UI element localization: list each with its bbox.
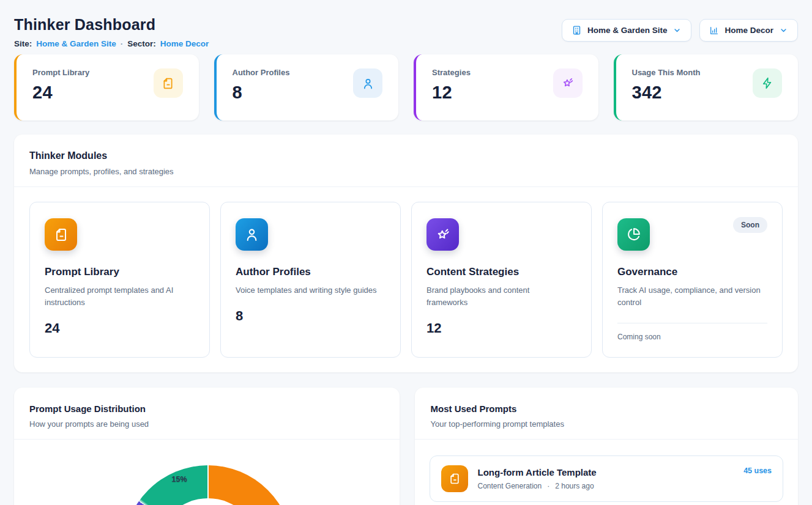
header-actions: Home & Garden Site Home Decor [562, 19, 798, 42]
module-description: Brand playbooks and content frameworks [426, 284, 571, 309]
header-titles: Thinker Dashboard Site: Home & Garden Si… [14, 15, 209, 48]
module-description: Centralized prompt templates and AI inst… [45, 284, 189, 309]
breadcrumb: Site: Home & Garden Site · Sector: Home … [14, 39, 209, 48]
module-title: Governance [617, 266, 767, 278]
most-used-prompts-panel: Most Used Prompts Your top-performing pr… [415, 388, 798, 505]
separator-dot: · [121, 39, 124, 48]
stat-value: 342 [632, 83, 701, 103]
user-icon [353, 68, 382, 98]
bar-chart-icon [709, 26, 719, 35]
prompt-item-time: 2 hours ago [555, 482, 594, 490]
soon-badge: Soon [733, 217, 767, 233]
donut-slice-label: 15% [165, 475, 193, 484]
dashboard-page: Thinker Dashboard Site: Home & Garden Si… [0, 0, 812, 505]
page-header: Thinker Dashboard Site: Home & Garden Si… [14, 15, 798, 48]
most-used-subtitle: Your top-performing prompt templates [430, 419, 783, 429]
separator-dot: · [547, 482, 549, 490]
chevron-down-icon [672, 26, 682, 35]
prompt-usage-panel: Prompt Usage Distribution How your promp… [14, 388, 400, 505]
donut-chart: 15% [14, 440, 400, 505]
prompt-item-meta: Content Generation · 2 hours ago [477, 482, 596, 490]
stat-label: Author Profiles [233, 68, 290, 77]
coming-soon-text: Coming soon [617, 333, 767, 341]
stat-cards-row: Prompt Library 24 Author Profiles 8 Stra… [14, 54, 798, 120]
prompt-item-title: Long-form Article Template [477, 467, 596, 477]
divider [617, 323, 767, 323]
stat-card-usage: Usage This Month 342 [614, 54, 799, 120]
module-card-governance[interactable]: Soon Governance Track AI usage, complian… [602, 202, 783, 358]
document-icon [154, 68, 183, 98]
site-link[interactable]: Home & Garden Site [36, 39, 116, 48]
sparkle-star-icon [553, 68, 583, 98]
modules-subtitle: Manage prompts, profiles, and strategies [29, 167, 783, 176]
prompt-list: Long-form Article Template Content Gener… [415, 440, 798, 505]
building-icon [572, 25, 582, 35]
stat-value: 8 [233, 83, 290, 103]
sector-label: Sector: [127, 39, 156, 48]
modules-title: Thinker Modules [29, 150, 783, 161]
pie-chart-icon [617, 218, 650, 251]
stat-value: 24 [32, 83, 89, 103]
document-icon [45, 218, 77, 251]
prompt-item-uses-badge: 45 uses [743, 466, 772, 475]
module-count: 24 [45, 320, 195, 336]
zap-icon [753, 68, 782, 98]
stat-label: Prompt Library [32, 68, 89, 77]
module-card-author-profiles[interactable]: Author Profiles Voice templates and writ… [220, 202, 401, 358]
chevron-down-icon [779, 26, 788, 35]
site-selector-dropdown[interactable]: Home & Garden Site [562, 19, 692, 42]
module-title: Content Strategies [426, 266, 576, 278]
stat-label: Usage This Month [632, 68, 701, 77]
stat-card-prompt-library: Prompt Library 24 [14, 54, 199, 120]
module-count: 8 [236, 308, 386, 324]
usage-subtitle: How your prompts are being used [29, 419, 384, 429]
document-icon [441, 465, 468, 492]
prompt-list-item[interactable]: Long-form Article Template Content Gener… [430, 455, 783, 502]
stat-card-strategies: Strategies 12 [414, 54, 598, 120]
donut-hole [157, 498, 259, 505]
stat-label: Strategies [432, 68, 471, 77]
prompt-item-category: Content Generation [477, 482, 542, 490]
module-card-content-strategies[interactable]: Content Strategies Brand playbooks and c… [411, 202, 592, 358]
site-selector-label: Home & Garden Site [587, 26, 668, 35]
sparkle-star-icon [426, 218, 459, 251]
stat-card-author-profiles: Author Profiles 8 [214, 54, 399, 120]
sector-selector-label: Home Decor [724, 26, 773, 35]
bottom-row: Prompt Usage Distribution How your promp… [14, 388, 798, 505]
module-description: Voice templates and writing style guides [236, 284, 380, 297]
module-count: 12 [426, 320, 576, 336]
usage-title: Prompt Usage Distribution [29, 404, 384, 414]
user-icon [236, 218, 268, 251]
thinker-modules-panel: Thinker Modules Manage prompts, profiles… [14, 135, 798, 372]
page-title: Thinker Dashboard [14, 16, 209, 34]
module-title: Author Profiles [236, 266, 386, 278]
site-label: Site: [14, 39, 32, 48]
most-used-title: Most Used Prompts [430, 404, 783, 414]
module-card-prompt-library[interactable]: Prompt Library Centralized prompt templa… [29, 202, 210, 358]
modules-grid: Prompt Library Centralized prompt templa… [14, 187, 798, 372]
stat-value: 12 [432, 83, 471, 103]
module-description: Track AI usage, compliance, and version … [617, 284, 762, 309]
sector-selector-dropdown[interactable]: Home Decor [699, 19, 798, 42]
sector-link[interactable]: Home Decor [160, 39, 209, 48]
module-title: Prompt Library [45, 266, 195, 278]
